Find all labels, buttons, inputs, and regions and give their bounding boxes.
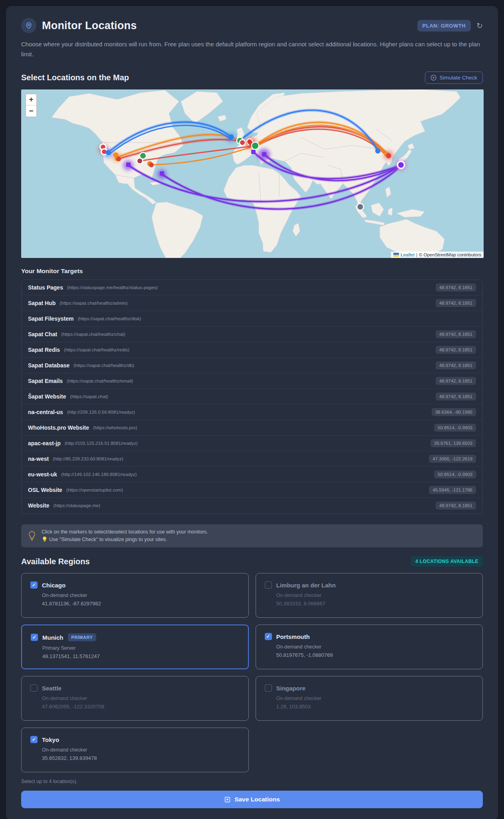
map-marker-purple-us-1[interactable] [126, 163, 131, 167]
region-card-portsmouth[interactable]: Portsmouth On-demand checker 50.8197675,… [256, 625, 483, 669]
target-row: OSL Website(https://openstartuplist.com)… [22, 482, 482, 498]
map-marker-asia-red[interactable] [386, 153, 391, 158]
region-checkbox-chicago[interactable] [30, 581, 38, 589]
target-url: (https://whohosts.pro) [93, 425, 137, 430]
zoom-out-button[interactable]: − [26, 105, 36, 117]
refresh-icon[interactable]: ↻ [476, 22, 483, 30]
locations-available-badge: 4 LOCATIONS AVAILABLE [411, 556, 483, 567]
map-marker-purple-us-2[interactable] [160, 171, 164, 176]
region-coords: 35.652832, 139.839478 [42, 755, 240, 761]
targets-section-title: Your Monitor Targets [21, 268, 483, 275]
simulate-check-button[interactable]: Simulate Check [425, 71, 483, 84]
target-name: OSL Website [28, 487, 62, 493]
region-desc: Primary Server [42, 645, 239, 651]
region-checkbox-portsmouth[interactable] [265, 633, 272, 640]
region-name: Singapore [276, 685, 306, 692]
target-row: na-central-us(http://209.126.0.56:8081/r… [22, 405, 482, 420]
region-checkbox-seattle[interactable] [30, 684, 38, 692]
map-marker-tokyo[interactable] [397, 161, 405, 169]
osm-attribution[interactable]: © OpenStreetMap contributors [419, 252, 481, 257]
target-row: Sapat Hub(https://sapat.chat/healthz/adm… [22, 295, 482, 311]
map-marker-eu-blue[interactable] [229, 134, 234, 139]
target-name: Status Pages [28, 284, 63, 291]
world-map[interactable]: + − Leaflet | © OpenStreetMap contributo… [21, 89, 484, 258]
page-title: Monitor Locations [42, 20, 137, 32]
target-url: (https://sapat.chat/healthz/disk) [77, 316, 141, 321]
map-zoom-control[interactable]: + − [25, 93, 37, 117]
region-coords: 48.1371541, 11.5761247 [42, 653, 239, 659]
target-name: eu-west-uk [28, 471, 57, 478]
map-marker-na-central-us[interactable] [137, 157, 143, 164]
map-marker-purple-eu-1[interactable] [251, 150, 256, 154]
target-row: Sapat Emails(https://sapat.chat/healthz/… [22, 373, 482, 389]
target-name: Sapat Redis [28, 347, 60, 353]
target-coords-badge: 48.9742, 8.1851 [436, 330, 476, 338]
play-circle-icon [431, 75, 437, 81]
save-icon [224, 796, 231, 803]
target-name: Sapat Chat [28, 331, 57, 337]
region-card-singapore[interactable]: Singapore On-demand checker 1.29, 103.85… [256, 676, 483, 721]
region-name: Munich [42, 634, 63, 641]
target-row: apac-east-jp(http://103.125.216.51:8081/… [22, 436, 482, 451]
region-coords: 1.29, 103.8503 [276, 704, 474, 710]
target-row: Šapat Website(https://sapat.chat)48.9742… [22, 389, 482, 405]
target-name: na-west [28, 456, 49, 462]
region-desc: On-demand checker [276, 696, 474, 701]
target-row: eu-west-uk(http://149.102.146.185:8081/r… [22, 467, 482, 482]
target-coords-badge: 38.6364, -90.1985 [432, 408, 476, 416]
region-coords: 50.383333, 8.066667 [276, 601, 474, 607]
region-coords: 47.6062095, -122.3320708 [42, 704, 240, 710]
region-desc: On-demand checker [42, 593, 240, 598]
tip-box: Click on the markers to select/deselect … [21, 524, 483, 548]
leaflet-link[interactable]: Leaflet [401, 252, 415, 257]
region-checkbox-singapore[interactable] [265, 684, 272, 692]
region-card-tokyo[interactable]: Tokyo On-demand checker 35.652832, 139.8… [21, 728, 249, 772]
target-row: Website(https://statuspage.me)48.9742, 8… [22, 498, 482, 514]
target-name: na-central-us [28, 409, 63, 415]
map-attribution: Leaflet | © OpenStreetMap contributors [391, 252, 484, 258]
target-url: (https://sapat.chat/healthz/chat) [61, 332, 125, 337]
target-coords-badge: 35.6761, 139.6503 [431, 439, 476, 447]
target-name: Sapat Database [28, 362, 69, 369]
primary-badge: PRIMARY [68, 633, 97, 641]
target-url: (https://sapat.chat) [70, 394, 108, 399]
region-card-seattle[interactable]: Seattle On-demand checker 47.6062095, -1… [21, 676, 249, 721]
target-row: Sapat Filesystem(https://sapat.chat/heal… [22, 311, 482, 327]
regions-grid: Chicago On-demand checker 41.8781136, -8… [21, 573, 483, 772]
map-marker-red-2[interactable] [149, 163, 154, 167]
tip-line-2: 💡 Use "Simulate Check" to visualize ping… [42, 536, 208, 543]
target-url: (http://85.239.233.60:8081/readyz) [53, 456, 123, 461]
save-locations-button[interactable]: Save Locations [21, 791, 483, 808]
simulate-check-label: Simulate Check [439, 75, 477, 81]
target-row: Sapat Chat(https://sapat.chat/healthz/ch… [22, 327, 482, 342]
region-name: Seattle [42, 685, 62, 692]
map-marker-singapore[interactable] [357, 203, 364, 210]
monitor-locations-panel: Monitor Locations PLAN: GROWTH ↻ Choose … [6, 6, 498, 819]
target-name: Website [28, 502, 49, 509]
target-name: Šapat Website [28, 393, 66, 400]
zoom-in-button[interactable]: + [26, 94, 36, 105]
region-card-munich[interactable]: Munich PRIMARY Primary Server 48.1371541… [21, 625, 249, 669]
map-marker-asia-blue[interactable] [375, 148, 381, 153]
region-checkbox-limburg[interactable] [265, 581, 272, 589]
target-coords-badge: 48.9742, 8.1851 [436, 361, 476, 369]
region-checkbox-tokyo[interactable] [30, 736, 38, 743]
region-checkbox-munich[interactable] [31, 634, 38, 641]
map-marker-na-west[interactable] [106, 150, 111, 155]
region-card-chicago[interactable]: Chicago On-demand checker 41.8781136, -8… [21, 573, 249, 618]
limit-note: Select up to 4 location(s). [21, 779, 483, 784]
target-coords-badge: 48.9742, 8.1851 [436, 393, 476, 401]
lightbulb-icon [28, 531, 36, 541]
map-marker-purple-eu-2[interactable] [262, 152, 266, 157]
target-coords-badge: 48.9742, 8.1851 [436, 502, 476, 510]
target-url: (https://sapat.chat/healthz/redis) [64, 347, 129, 352]
region-desc: On-demand checker [276, 644, 474, 650]
region-card-limburg[interactable]: Limburg an der Lahn On-demand checker 50… [256, 573, 483, 618]
region-name: Chicago [42, 582, 65, 589]
target-url: (http://103.125.216.51:8081/readyz) [65, 441, 138, 446]
map-marker-red-1[interactable] [116, 157, 121, 161]
map-marker-munich[interactable] [251, 141, 260, 150]
map-marker-portsmouth[interactable] [239, 139, 246, 146]
target-url: (https://statuspage.me/healthz/status-pa… [67, 285, 158, 290]
target-url: (https://openstartuplist.com) [66, 488, 123, 492]
